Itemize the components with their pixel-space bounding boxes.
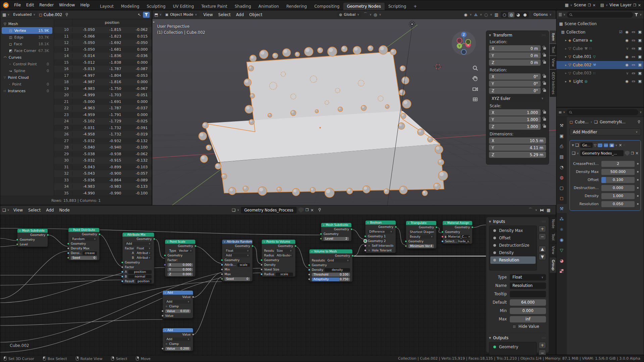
node-snap-icon[interactable]: ⌒: [529, 207, 533, 213]
node-mesh-subdivide[interactable]: ▼Mesh SubdivideGeometryGeometryLevel: [17, 228, 48, 247]
eye-closed-icon[interactable]: ∨: [626, 71, 629, 75]
xray-toggle-icon[interactable]: ▥: [494, 12, 498, 17]
location-field-y[interactable]: Y0 m: [489, 52, 541, 59]
modifier-delete-icon[interactable]: ×: [618, 143, 622, 147]
table-body[interactable]: 10-5.050-1.815-0.06211-5.066-1.8230.0151…: [54, 26, 152, 196]
node-dropdown[interactable]: Beauty∨: [408, 235, 434, 239]
node-row-geometry[interactable]: Geometry: [321, 232, 351, 236]
node-header[interactable]: ▼Add: [163, 328, 193, 332]
socket-input[interactable]: [441, 231, 444, 233]
attribute-name-field[interactable]: scale: [276, 273, 293, 276]
node-collapse-icon[interactable]: ▼: [224, 241, 226, 243]
material-field[interactable]: ◐Material_C...×: [445, 235, 470, 239]
node-collapse-icon[interactable]: ▼: [323, 224, 325, 226]
node-row-y[interactable]: Y0.000: [165, 267, 195, 272]
node-dropdown[interactable]: Random∨: [71, 237, 97, 241]
attribute-name-field[interactable]: shade_s...: [458, 240, 470, 243]
properties-tab-constraints[interactable]: ◉: [556, 235, 567, 244]
node-row-shortest-diagonal[interactable]: Shortest Diagonal∨: [406, 230, 436, 234]
zoom-icon[interactable]: [472, 65, 478, 71]
expand-arrow-icon[interactable]: ▸: [565, 63, 567, 67]
socket-output[interactable]: [47, 234, 49, 236]
node-row-add[interactable]: Add∨: [163, 337, 193, 342]
socket-input[interactable]: [161, 310, 164, 312]
socket-input[interactable]: [67, 252, 69, 254]
eye-open-icon[interactable]: ◉: [626, 55, 629, 59]
workspace-tab-sculpting[interactable]: Sculpting: [143, 3, 169, 10]
node-collapse-icon[interactable]: ▼: [444, 222, 446, 224]
socket-input[interactable]: [221, 264, 223, 266]
node-row-z[interactable]: Z0.000: [165, 272, 195, 277]
node-row-factor-[interactable]: Factor:: [165, 258, 195, 262]
location-field-z[interactable]: Z0 m: [489, 59, 541, 66]
node-row-geometry[interactable]: Geometry: [321, 227, 351, 232]
modifier-show-cage-icon[interactable]: ▽: [594, 143, 597, 147]
modifier-name-field[interactable]: Ge...: [580, 142, 593, 148]
socket-output[interactable]: [251, 245, 254, 247]
table-row[interactable]: 17-4.997-1.804-0.053: [54, 72, 152, 79]
node-collapse-icon[interactable]: ▼: [164, 292, 166, 294]
node-collapse-icon[interactable]: ▼: [167, 241, 168, 243]
value-slider[interactable]: Adaptivity0.750: [312, 278, 350, 281]
expand-arrow-icon[interactable]: ▸: [565, 55, 567, 58]
socket-prop-field-tooltip[interactable]: [510, 291, 546, 297]
output-item-geometry[interactable]: Geometry: [490, 343, 536, 351]
node-dropdown[interactable]: Vector∨: [178, 249, 193, 253]
shading-material-icon[interactable]: ◕: [515, 12, 521, 17]
add-modifier-button[interactable]: Add Modifier∨: [569, 128, 641, 135]
node-dropdown[interactable]: Size∨: [275, 249, 293, 253]
node-row-add[interactable]: Add∨: [122, 241, 154, 246]
node-row-beauty[interactable]: Beauty∨: [406, 234, 436, 239]
disable-viewport-icon[interactable]: ▭: [632, 79, 635, 83]
socket-input[interactable]: [67, 243, 69, 245]
node-sidebar-tab-group[interactable]: Group: [550, 257, 556, 273]
node-row-min[interactable]: Min: [222, 267, 252, 272]
node-dropdown[interactable]: Float∨: [225, 249, 250, 253]
menu-file[interactable]: File: [11, 2, 23, 8]
value-slider[interactable]: Value0.010: [165, 309, 191, 313]
table-row[interactable]: 31-5.043-0.899-0.103: [54, 164, 152, 171]
add-input-button[interactable]: +: [539, 226, 546, 232]
copy-node-tree-icon[interactable]: ❐: [305, 208, 309, 212]
expand-arrow-icon[interactable]: ▸: [565, 47, 567, 50]
camera-view-icon[interactable]: [472, 86, 478, 92]
socket-input[interactable]: [161, 348, 164, 350]
scene-unlink-icon[interactable]: ×: [593, 3, 596, 7]
toolbar-expand-icon[interactable]: ▸: [153, 19, 155, 24]
node-row-minimum-ver[interactable]: Minimum Ver4: [406, 244, 436, 248]
viewport-canvas[interactable]: User Perspective (1) Collection | Cube.0…: [152, 19, 556, 205]
drag-handle-icon[interactable]: ∷∷: [542, 337, 546, 340]
disable-viewport-icon[interactable]: ▭: [632, 71, 635, 75]
node-dropdown[interactable]: Add∨: [165, 300, 191, 304]
node-boolean[interactable]: ▼BooleanGeometryDifference∨Geometry 1Geo…: [365, 220, 396, 253]
node-row-hole-tolerant[interactable]: Hole Tolerant: [365, 248, 396, 253]
socket-input[interactable]: [121, 280, 123, 283]
node-row-geometry[interactable]: Geometry: [309, 253, 352, 258]
node-collapse-icon[interactable]: ▼: [124, 234, 126, 236]
orientation-dropdown[interactable]: ◍Global∨: [337, 12, 362, 17]
drag-handle-icon[interactable]: ∷∷: [542, 34, 546, 37]
node-editor-type-icon[interactable]: ❏: [2, 208, 6, 213]
value-slider[interactable]: Y0.000: [167, 268, 193, 272]
menu-window[interactable]: Window: [56, 2, 78, 8]
animate-property-dot[interactable]: [637, 179, 639, 181]
properties-search-input[interactable]: [566, 109, 638, 115]
node-row-geometry[interactable]: Geometry: [17, 233, 48, 237]
hide-value-checkbox[interactable]: [512, 325, 516, 328]
inputs-collapse-icon[interactable]: ▼: [489, 220, 491, 223]
scene-selector[interactable]: ▦∨ Scene ❐ ×: [565, 3, 596, 7]
node-dropdown[interactable]: Grid∨: [326, 259, 350, 262]
node-dropdown[interactable]: Attribut∨: [135, 251, 152, 255]
node-header[interactable]: ▼Attribute Randomi...: [222, 240, 252, 244]
node-sidebar-tab-tool[interactable]: Tool: [550, 231, 556, 243]
node-row-factor[interactable]: Factor: [122, 265, 154, 269]
disable-render-icon[interactable]: ▣: [638, 46, 642, 51]
node-dropdown[interactable]: Float∨: [135, 247, 152, 250]
workspace-tab-layout[interactable]: Layout: [96, 3, 117, 10]
viewport-menu-add[interactable]: Add: [233, 12, 246, 18]
scene-new-icon[interactable]: ❐: [588, 3, 591, 7]
view-layer-close-icon[interactable]: ×: [638, 3, 641, 7]
node-row-density[interactable]: Densitydensity: [309, 267, 352, 272]
rotation-field-x[interactable]: X0°: [489, 73, 541, 80]
workspace-tab-compositing[interactable]: Compositing: [310, 3, 343, 10]
